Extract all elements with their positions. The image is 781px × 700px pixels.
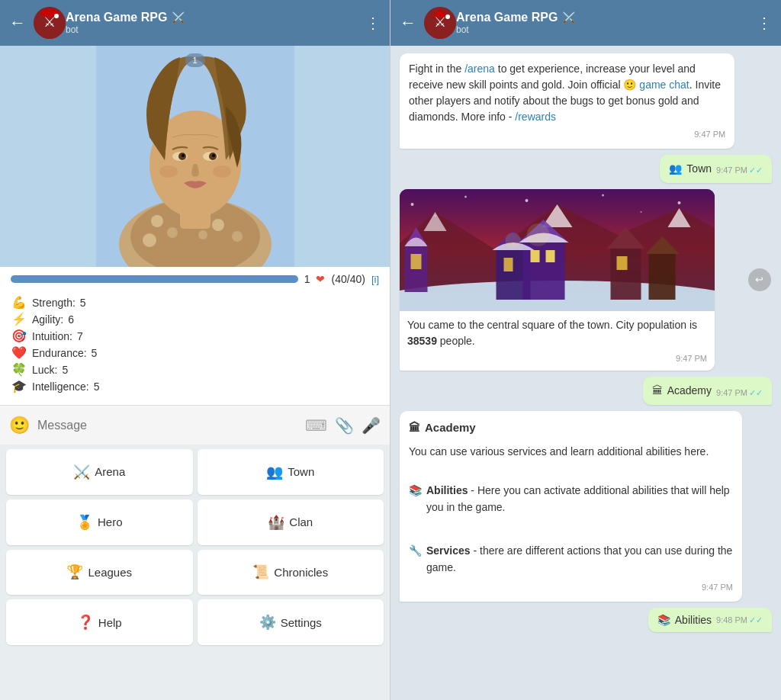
stat-intelligence: 🎓 Intelligence: 5	[11, 379, 379, 393]
town-icon-msg: 👥	[669, 161, 682, 177]
svg-point-27	[445, 14, 450, 19]
settings-button[interactable]: ⚙️ Settings	[198, 599, 384, 645]
svg-point-21	[212, 154, 215, 157]
game-chat-link[interactable]: game chat	[639, 79, 689, 91]
endurance-value: 5	[92, 347, 98, 359]
hero-label: Hero	[98, 515, 123, 528]
arena-button[interactable]: ⚔️ Arena	[6, 449, 193, 495]
svg-point-58	[641, 211, 642, 213]
info-link[interactable]: [i]	[371, 274, 379, 285]
sword-icon-left: ⚔️	[172, 11, 185, 24]
intuition-value: 7	[77, 330, 83, 342]
intelligence-value: 5	[94, 381, 100, 393]
right-header: ← ⚔ Arena Game RPG ⚔️ bot ⋮	[390, 0, 781, 46]
stats-bar: 1 ❤ (40/40) [i] 💪 Strength: 5 ⚡ Agility:…	[0, 267, 390, 405]
menu-button-left[interactable]: ⋮	[365, 14, 381, 32]
svg-rect-47	[649, 254, 676, 300]
svg-point-4	[54, 14, 59, 18]
arena-icon: ⚔️	[73, 464, 90, 480]
chat-messages[interactable]: Fight in the /arena to get experience, i…	[390, 46, 781, 700]
intuition-label: Intuition:	[32, 330, 72, 342]
attach-icon[interactable]: 📎	[335, 416, 354, 435]
academy-ticks: ✓✓	[749, 387, 763, 400]
settings-label: Settings	[281, 616, 322, 629]
arena-link[interactable]: /arena	[464, 63, 495, 75]
app-title-left: Arena Game RPG	[66, 11, 167, 24]
abilities-ticks: ✓✓	[749, 615, 763, 625]
clan-button[interactable]: 🏰 Clan	[198, 499, 384, 545]
hero-button[interactable]: 🏅 Hero	[6, 499, 193, 545]
luck-icon: 🍀	[11, 362, 27, 377]
emoji-button[interactable]: 🙂	[9, 416, 30, 435]
endurance-label: Endurance:	[32, 347, 87, 359]
town-image-visual	[400, 189, 715, 311]
intro-text-1: Fight in the	[409, 63, 464, 75]
intelligence-icon: 🎓	[11, 379, 27, 393]
message-input[interactable]	[37, 419, 297, 432]
hp-current: 40	[335, 273, 347, 285]
town-msg-text: Town	[686, 161, 712, 177]
chronicles-button[interactable]: 📜 Chronicles	[198, 550, 384, 596]
date-badge: 1	[185, 53, 204, 67]
help-icon: ❓	[77, 614, 94, 631]
academy-msg-text: Academy	[667, 383, 712, 399]
user-message-town: 👥 Town 9:47 PM ✓✓	[660, 155, 772, 183]
svg-point-49	[527, 223, 550, 246]
help-label: Help	[98, 616, 122, 629]
academy-icon-msg: 🏛	[652, 383, 663, 399]
svg-point-11	[198, 230, 207, 239]
message-bar: 🙂 ⌨ 📎 🎤	[0, 405, 390, 445]
endurance-icon: ❤️	[11, 345, 27, 360]
academy-user-time: 9:47 PM ✓✓	[716, 387, 763, 400]
svg-point-22	[159, 165, 178, 178]
academy-abilities-section: 📚 Abilities - Here you can activate addi…	[409, 482, 733, 516]
back-button-left[interactable]: ←	[9, 13, 26, 33]
town-time: 9:47 PM ✓✓	[716, 164, 763, 177]
svg-point-23	[213, 165, 231, 178]
leagues-button[interactable]: 🏆 Leagues	[6, 550, 193, 596]
svg-point-8	[151, 215, 163, 227]
abilities-msg-text: Abilities	[675, 614, 712, 626]
leagues-icon: 🏆	[66, 564, 83, 580]
rewards-link[interactable]: /rewards	[515, 111, 556, 123]
level-row: 1 ❤ (40/40) [i]	[11, 273, 379, 285]
intuition-icon: 🎯	[11, 329, 27, 343]
svg-rect-42	[531, 250, 540, 262]
avatar-left: ⚔	[34, 7, 66, 39]
settings-icon: ⚙️	[259, 614, 276, 631]
town-ticks: ✓✓	[749, 164, 763, 177]
stat-agility: ⚡ Agility: 6	[11, 312, 379, 326]
intelligence-label: Intelligence:	[32, 381, 89, 393]
sword-icon-right: ⚔️	[562, 11, 575, 24]
user-message-academy: 🏛 Academy 9:47 PM ✓✓	[643, 377, 772, 405]
svg-point-9	[167, 227, 178, 238]
reply-button[interactable]: ↩	[748, 268, 771, 291]
svg-point-51	[411, 203, 414, 206]
svg-point-54	[602, 194, 604, 196]
svg-point-52	[464, 195, 467, 197]
app-title-right: Arena Game RPG	[456, 11, 558, 24]
agility-icon: ⚡	[11, 312, 27, 326]
hp-max: 40	[350, 273, 362, 285]
svg-point-12	[143, 233, 156, 247]
town-image-time: 9:47 PM	[407, 352, 707, 365]
help-button[interactable]: ❓ Help	[6, 599, 193, 645]
svg-point-53	[525, 199, 529, 202]
leagues-label: Leagues	[88, 566, 132, 579]
stat-endurance: ❤️ Endurance: 5	[11, 345, 379, 360]
avatar-right: ⚔	[424, 7, 456, 39]
back-button-right[interactable]: ←	[400, 13, 416, 33]
luck-label: Luck:	[32, 364, 57, 376]
clan-icon: 🏰	[268, 514, 284, 531]
academy-title-icon: 🏛	[409, 419, 420, 437]
clan-label: Clan	[289, 515, 313, 528]
left-panel: ← ⚔ Arena Game RPG ⚔️ bot ⋮ 1	[0, 0, 390, 700]
town-button[interactable]: 👥 Town	[198, 449, 384, 495]
menu-button-right[interactable]: ⋮	[757, 14, 772, 32]
right-panel: ← ⚔ Arena Game RPG ⚔️ bot ⋮ Fight in the…	[390, 0, 781, 700]
keyboard-icon[interactable]: ⌨	[305, 416, 327, 435]
town-caption: You came to the central square of the to…	[400, 311, 715, 371]
bot-label-left: bot	[66, 24, 365, 35]
mic-icon[interactable]: 🎤	[362, 416, 381, 435]
chronicles-label: Chronicles	[274, 566, 328, 579]
